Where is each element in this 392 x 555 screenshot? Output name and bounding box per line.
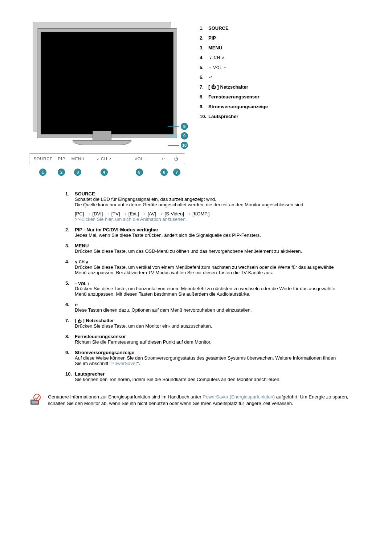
callout-badge-8: 8 — [181, 123, 188, 130]
desc-item-10: 10. Lautsprecher Sie können den Ton höre… — [65, 371, 341, 382]
callout-number-row: 1 2 3 4 5 6 7 — [29, 167, 185, 177]
panel-power-icon: ⏻ — [171, 157, 182, 161]
desc-item-5: 5. − VOL + Drücken Sie diese Taste, um h… — [65, 280, 341, 297]
figure-and-legend: 8 9 10 SOURCE PIP MENU ∨ CH ∧ − VOL + ↵ … — [29, 22, 363, 177]
legend-item-8: 8.Fernsteuerungssensor — [200, 94, 363, 100]
svg-point-2 — [34, 394, 40, 401]
vol-symbol-icon: − VOL + — [209, 65, 226, 70]
monitor-stand-base — [73, 140, 131, 145]
callout-badge-3: 3 — [74, 169, 81, 176]
power-icon: ⏻ — [78, 319, 82, 323]
note-icon — [29, 394, 41, 406]
powersaver-link[interactable]: PowerSaver — [111, 361, 137, 366]
callout-badge-6: 6 — [160, 169, 168, 176]
callout-badge-2: 2 — [58, 169, 65, 176]
legend-item-10: 10.Lautsprecher — [200, 114, 363, 119]
panel-pip-label: PIP — [54, 157, 69, 161]
panel-menu-label: MENU — [69, 157, 87, 161]
legend-item-3: 3.MENU — [200, 45, 363, 50]
desc-item-3: 3. MENU Drücken Sie diese Taste, um das … — [65, 243, 341, 254]
description-list: 1. SOURCE Schaltet die LED für Eingangss… — [65, 191, 341, 382]
energy-note: Genauere Informationen zur Energiesparfu… — [29, 394, 363, 406]
desc-item-7: 7. [ ⏻ ] Netzschalter Drücken Sie diese … — [65, 318, 341, 329]
legend-item-2: 2.PIP — [200, 35, 363, 41]
desc-item-6: 6. ↵ Diese Tasten dienen dazu, Optionen … — [65, 302, 341, 313]
figure-column: 8 9 10 SOURCE PIP MENU ∨ CH ∧ − VOL + ↵ … — [29, 22, 189, 177]
legend-item-6: 6.↵ — [200, 74, 363, 80]
enter-symbol-icon: ↵ — [209, 75, 213, 80]
desc-item-4: 4. ∨ CH ∧ Drücken Sie diese Taste, um ve… — [65, 259, 341, 275]
callout-badge-4: 4 — [101, 169, 108, 176]
powersaver-note-link[interactable]: PowerSaver (Energiesparfunktion) — [203, 394, 275, 400]
callout-badge-7: 7 — [173, 169, 180, 176]
desc-item-2: 2. PIP - Nur im PC/DVI-Modus verfügbar J… — [65, 227, 341, 238]
desc-item-8: 8. Fernsteuerungssensor Richten Sie die … — [65, 334, 341, 345]
callout-badge-9: 9 — [181, 132, 188, 139]
ch-symbol-icon: ∨ CH ∧ — [75, 260, 89, 264]
button-panel: SOURCE PIP MENU ∨ CH ∧ − VOL + ↵ ⏻ — [29, 153, 185, 164]
legend-item-1: 1.SOURCE — [200, 25, 363, 31]
panel-ch-symbol: ∨ CH ∧ — [87, 157, 122, 161]
callout-badge-5: 5 — [136, 169, 143, 176]
svg-rect-1 — [32, 401, 38, 404]
side-callouts: 8 9 10 — [168, 123, 188, 149]
legend-item-5: 5.− VOL + — [200, 65, 363, 70]
legend-item-7: 7.[ ⏻ ] Netzschalter — [200, 84, 363, 90]
panel-enter-icon: ↵ — [156, 157, 171, 161]
animation-link[interactable]: >>Klicken Sie hier, um sich die Animatio… — [75, 216, 341, 222]
callout-badge-1: 1 — [39, 169, 46, 176]
panel-source-label: SOURCE — [32, 157, 54, 161]
vol-symbol-icon: − VOL + — [75, 281, 90, 286]
legend-list: 1.SOURCE 2.PIP 3.MENU 4.∨ CH ∧ 5.− VOL +… — [200, 22, 363, 123]
ch-symbol-icon: ∨ CH ∧ — [209, 55, 225, 60]
document-page: 8 9 10 SOURCE PIP MENU ∨ CH ∧ − VOL + ↵ … — [0, 0, 392, 428]
desc-item-1: 1. SOURCE Schaltet die LED für Eingangss… — [65, 191, 341, 222]
enter-symbol-icon: ↵ — [75, 303, 78, 307]
desc-item-9: 9. Stromversorgungsanzeige Auf diese Wei… — [65, 350, 341, 366]
note-text: Genauere Informationen zur Energiesparfu… — [48, 394, 363, 406]
legend-item-9: 9.Stromversorgungsanzeige — [200, 104, 363, 109]
panel-vol-symbol: − VOL + — [122, 157, 156, 161]
monitor-illustration: 8 9 10 — [29, 22, 185, 149]
legend-item-4: 4.∨ CH ∧ — [200, 55, 363, 60]
callout-badge-10: 10 — [181, 142, 188, 149]
monitor-screen — [41, 32, 173, 134]
